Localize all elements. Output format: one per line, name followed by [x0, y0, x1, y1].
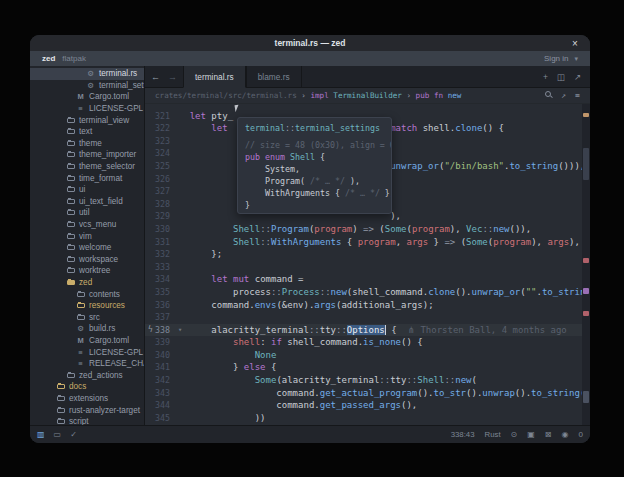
code-token: }: [245, 200, 250, 210]
tree-item-license-gpl[interactable]: ≡LICENSE-GPL: [30, 346, 144, 358]
scrollbar-mark: [583, 148, 589, 180]
copilot-icon[interactable]: ⊙: [511, 430, 518, 439]
scrollbar-mark: [583, 391, 589, 403]
tree-item-docs[interactable]: docs: [30, 381, 144, 393]
code-line-332[interactable]: 332 };: [145, 248, 590, 261]
code-token: (alacritty_terminal: [276, 375, 379, 385]
tree-item-vim[interactable]: vim: [30, 230, 144, 242]
zoom-pane-icon[interactable]: ↗: [574, 72, 581, 82]
code-line-345[interactable]: 345 )): [145, 412, 590, 425]
tree-item-time-format[interactable]: time_format: [30, 172, 144, 184]
folder-icon: [56, 419, 65, 424]
tree-item-contents[interactable]: contents: [30, 288, 144, 300]
forward-icon[interactable]: →: [168, 72, 177, 82]
code-token: envs: [255, 300, 277, 310]
code-line-341[interactable]: 341 } else {: [145, 361, 590, 374]
tree-item-worktree[interactable]: worktree: [30, 265, 144, 277]
code-token: None: [255, 350, 277, 360]
project-panel-icon[interactable]: ▥: [37, 430, 45, 439]
diagnostics-check-icon[interactable]: ✓: [70, 430, 77, 439]
branch-name[interactable]: flatpak: [62, 54, 86, 63]
tree-item-build-rs[interactable]: ⚙build.rs: [30, 323, 144, 335]
chat-panel-icon[interactable]: ◉: [562, 430, 569, 439]
folder-icon: [66, 118, 75, 123]
code-token: :: [260, 337, 271, 347]
tree-item-release-channel[interactable]: ≡RELEASE_CHANNEL: [30, 358, 144, 370]
project-name[interactable]: zed: [42, 54, 55, 63]
tree-item-cargo-toml[interactable]: MCargo.toml: [30, 91, 144, 103]
sign-in-button[interactable]: Sign in: [544, 54, 568, 63]
tree-item-license-gpl[interactable]: ≡LICENSE-GPL: [30, 103, 144, 115]
tree-item-theme-importer[interactable]: theme_importer: [30, 149, 144, 161]
code-line-339[interactable]: 339 shell: if shell_command.is_none() {: [145, 336, 590, 349]
tree-item-workspace[interactable]: workspace: [30, 254, 144, 266]
code-token: (shell_command.: [347, 287, 428, 297]
code-line-342[interactable]: 342 Some(alacritty_terminal::tty::Shell:…: [145, 374, 590, 387]
search-icon[interactable]: [545, 91, 552, 100]
tree-item-util[interactable]: util: [30, 207, 144, 219]
cursor-position[interactable]: 338:43: [451, 430, 475, 439]
tree-item-welcome[interactable]: welcome: [30, 242, 144, 254]
tree-item-terminal-settings-rs[interactable]: ⚙terminal_settings.rs: [30, 80, 144, 92]
notification-count[interactable]: 0: [579, 430, 583, 439]
new-tab-icon[interactable]: +: [543, 72, 548, 82]
folder-icon: [66, 199, 75, 204]
code-action-icon[interactable]: ϟ: [148, 324, 153, 337]
tree-item-extensions[interactable]: extensions: [30, 393, 144, 405]
code-line-340[interactable]: 340 None: [145, 349, 590, 362]
code-editor[interactable]: ---321 let pty_322 let match shell.clone…: [145, 104, 590, 425]
expand-icon[interactable]: ↗: [561, 91, 566, 100]
tree-item-rust-analyzer-target[interactable]: rust-analyzer-target: [30, 404, 144, 416]
code-token: program: [358, 237, 396, 247]
fold-chevron-icon[interactable]: ▾: [178, 324, 182, 337]
tabbar-spacer: [302, 66, 534, 87]
tree-item-text[interactable]: text: [30, 126, 144, 138]
code-line-338[interactable]: 338ϟ▾ alacritty_terminal::tty::Options {…: [145, 324, 590, 337]
language-selector[interactable]: Rust: [485, 430, 501, 439]
tree-item-zed[interactable]: zed: [30, 277, 144, 289]
tree-item-vcs-menu[interactable]: vcs_menu: [30, 219, 144, 231]
tree-item-ui-text-field[interactable]: ui_text_field: [30, 196, 144, 208]
code-line-343[interactable]: 343 command.get_actual_program().to_str(…: [145, 387, 590, 400]
tree-item-ui[interactable]: ui: [30, 184, 144, 196]
tree-item-terminal-rs[interactable]: ⚙terminal.rs: [30, 68, 144, 80]
tree-item-cargo-toml[interactable]: MCargo.toml: [30, 335, 144, 347]
tree-item-terminal-view[interactable]: terminal_view: [30, 114, 144, 126]
tree-item-theme[interactable]: theme: [30, 138, 144, 150]
code-line-335[interactable]: 335 process::Process::new(shell_command.…: [145, 286, 590, 299]
tree-item-label: zed: [79, 278, 92, 287]
line-number: 329: [145, 210, 170, 223]
code-line-334[interactable]: 334 let mut command =: [145, 273, 590, 286]
chevron-down-icon[interactable]: ▾: [574, 55, 578, 63]
tab-blame-rs[interactable]: blame.rs: [246, 66, 302, 87]
close-icon[interactable]: ×: [568, 35, 582, 51]
tree-item-theme-selector[interactable]: theme_selector: [30, 161, 144, 173]
assistant-panel-icon[interactable]: ⊠: [545, 430, 552, 439]
line-number: 323: [145, 135, 170, 148]
tab-terminal-rs[interactable]: terminal.rs: [183, 66, 246, 88]
project-panel[interactable]: ⚙terminal.rs⚙terminal_settings.rsMCargo.…: [30, 66, 145, 425]
code-text: };: [168, 249, 222, 259]
breadcrumb[interactable]: crates/terminal/src/terminal.rs › impl T…: [145, 88, 590, 104]
tree-item-src[interactable]: src: [30, 311, 144, 323]
controls-icon[interactable]: ≡: [575, 91, 580, 100]
code-line-344[interactable]: 344 command.get_passed_args(),: [145, 399, 590, 412]
code-line-331[interactable]: 331 Shell::WithArguments { program, args…: [145, 236, 590, 249]
code-line-337[interactable]: 337: [145, 311, 590, 324]
code-token: ().: [455, 287, 471, 297]
tree-item-resources[interactable]: resources: [30, 300, 144, 312]
code-token: (: [374, 224, 385, 234]
split-pane-icon[interactable]: ◫: [557, 72, 565, 82]
terminal-panel-icon[interactable]: ▣: [527, 430, 535, 439]
status-bar: ▥▭✓ 338:43 Rust ⊙▣⊠◉0: [30, 425, 590, 443]
tree-item-zed-actions[interactable]: zed_actions: [30, 369, 144, 381]
editor-scrollbar[interactable]: [582, 104, 590, 425]
collab-panel-icon[interactable]: ▭: [54, 430, 62, 439]
back-icon[interactable]: ←: [151, 72, 160, 82]
line-number: 324: [145, 147, 170, 160]
tree-item-script[interactable]: script: [30, 416, 144, 425]
code-line-336[interactable]: 336 command.envs(&env).args(additional_a…: [145, 299, 590, 312]
code-line-333[interactable]: 333: [145, 261, 590, 274]
code-line-330[interactable]: 330 Shell::Program(program) => (Some(pro…: [145, 223, 590, 236]
code-token: ),: [531, 237, 547, 247]
